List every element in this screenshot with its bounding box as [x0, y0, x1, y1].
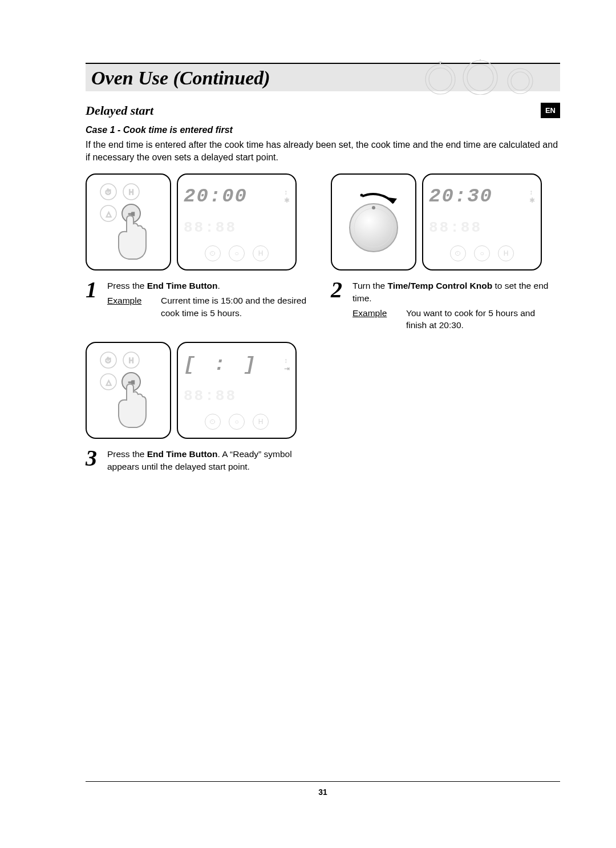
- mini-timer-icon: ⏲: [450, 245, 466, 261]
- svg-point-14: [350, 204, 398, 252]
- intro-paragraph: If the end time is entered after the coo…: [86, 139, 560, 163]
- step1-display-time: 20:00: [184, 185, 248, 207]
- svg-text:⏱: ⏱: [105, 357, 112, 365]
- step1-instruction: Press the End Time Button.: [107, 280, 308, 292]
- step2-knob-panel: [331, 173, 416, 270]
- svg-text:H: H: [129, 357, 134, 365]
- svg-point-1: [429, 68, 452, 91]
- svg-text:⏱: ⏱: [105, 188, 112, 196]
- example-label: Example: [107, 294, 147, 319]
- display-side-icons: ↕ ⇥: [284, 357, 290, 372]
- svg-text:△: △: [106, 378, 112, 386]
- svg-point-2: [463, 60, 497, 95]
- endtime-icon: ⇥: [284, 365, 290, 372]
- step-number-3: 3: [86, 448, 103, 473]
- step-number-2: 2: [331, 280, 348, 332]
- step1-text-pre: Press the: [107, 281, 147, 290]
- ghost-segment: 88:88: [429, 219, 482, 236]
- mini-circle-icon: ○: [229, 414, 245, 430]
- step3-instruction: Press the End Time Button. A “Ready” sym…: [107, 448, 308, 473]
- step-1: ⏱ H △ ⇥ 20:: [86, 173, 308, 332]
- mini-timer-icon: ⏲: [205, 414, 221, 430]
- ghost-segment: 88:88: [184, 219, 237, 236]
- step2-text-pre: Turn the: [352, 281, 387, 290]
- mini-h-icon: H: [498, 245, 514, 261]
- hand-press-icon: ⏱ H △ ⇥: [91, 348, 165, 433]
- updown-icon: ↕: [284, 189, 290, 196]
- mini-circle-icon: ○: [474, 245, 490, 261]
- knob-turn-icon: [337, 179, 411, 265]
- mini-h-icon: H: [253, 414, 269, 430]
- display-side-icons: ↕ ✱: [284, 189, 290, 204]
- svg-text:△: △: [106, 210, 112, 218]
- page-footer: 31: [86, 781, 560, 797]
- step-number-1: 1: [86, 280, 103, 319]
- header-decorative-art: [412, 59, 549, 95]
- hand-press-icon: ⏱ H △ ⇥: [91, 179, 165, 265]
- footer-rule: [86, 781, 560, 782]
- updown-icon: ↕: [529, 189, 535, 196]
- step1-display-panel: 20:00 ↕ ✱ 88:88 ⏲ ○ H: [177, 173, 297, 270]
- step2-instruction: Turn the Time/Temp Control Knob to set t…: [352, 280, 553, 304]
- step-3: ⏱ H △ ⇥ [ :: [86, 342, 308, 473]
- star-icon: ✱: [529, 197, 535, 204]
- language-badge: EN: [541, 103, 560, 118]
- step3-display-panel: [ : ] ↕ ⇥ 88:88 ⏲ ○ H: [177, 342, 297, 439]
- mini-circle-icon: ○: [229, 245, 245, 261]
- step3-display-time: [ : ]: [184, 354, 259, 375]
- star-icon: ✱: [284, 197, 290, 204]
- example-label: Example: [352, 307, 392, 332]
- page-number: 31: [86, 788, 560, 797]
- step3-press-panel: ⏱ H △ ⇥: [86, 342, 171, 439]
- svg-text:H: H: [129, 188, 134, 196]
- display-side-icons: ↕ ✱: [529, 189, 535, 204]
- svg-point-17: [360, 194, 363, 197]
- mini-timer-icon: ⏲: [205, 245, 221, 261]
- step1-text-post: .: [218, 281, 220, 290]
- step-2: 20:30 ↕ ✱ 88:88 ⏲ ○ H 2: [331, 173, 553, 332]
- svg-point-16: [372, 206, 375, 209]
- case-title: Case 1 - Cook time is entered first: [86, 125, 560, 135]
- step2-display-time: 20:30: [429, 185, 493, 207]
- section-header-title: Oven Use (Continued): [91, 67, 270, 89]
- ghost-segment: 88:88: [184, 387, 237, 405]
- step3-text-pre: Press the: [107, 449, 147, 459]
- step3-bold: End Time Button: [147, 449, 218, 459]
- svg-point-3: [467, 64, 493, 91]
- mini-h-icon: H: [253, 245, 269, 261]
- updown-icon: ↕: [284, 357, 290, 364]
- step2-example-text: You want to cook for 5 hours and finish …: [406, 307, 553, 332]
- step1-press-panel: ⏱ H △ ⇥: [86, 173, 171, 270]
- step1-example-text: Current time is 15:00 and the desired co…: [161, 294, 308, 319]
- section-header-bar: Oven Use (Continued): [86, 63, 560, 91]
- step2-bold: Time/Temp Control Knob: [387, 281, 492, 290]
- step1-bold: End Time Button: [147, 281, 218, 290]
- subsection-heading: Delayed start: [86, 103, 153, 118]
- svg-point-5: [511, 72, 529, 90]
- step2-display-panel: 20:30 ↕ ✱ 88:88 ⏲ ○ H: [422, 173, 542, 270]
- svg-point-0: [425, 64, 455, 94]
